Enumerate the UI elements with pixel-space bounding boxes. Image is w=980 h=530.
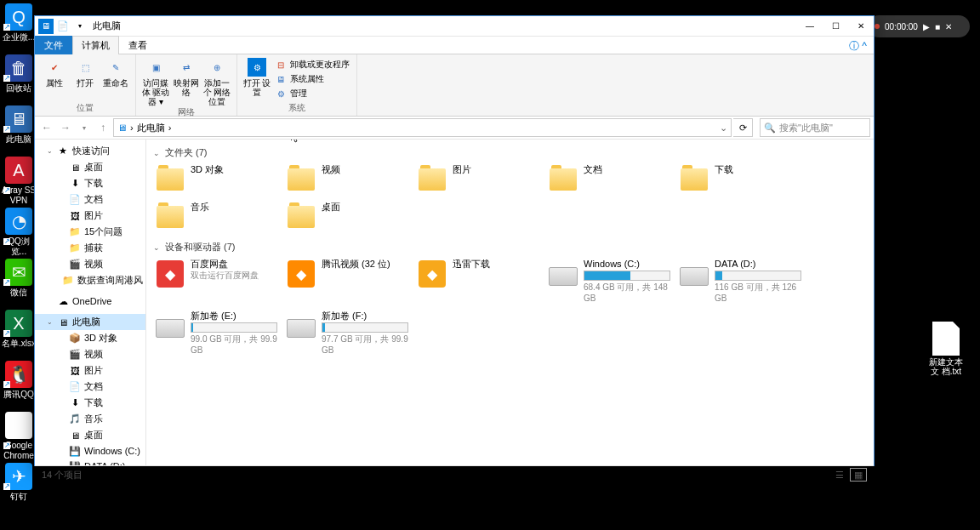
nav-quick-7[interactable]: 📁数据查询周港风 bbox=[35, 272, 145, 288]
desktop-icon-3[interactable]: A↗Array SSVPN bbox=[2, 157, 36, 206]
nav-pc-0[interactable]: 📦3D 对象 bbox=[35, 330, 145, 346]
folder-4[interactable]: 下载 bbox=[677, 162, 808, 197]
shortcut-arrow-icon: ↗ bbox=[3, 330, 10, 337]
folder-2[interactable]: 图片 bbox=[415, 162, 546, 197]
folder-5[interactable]: 音乐 bbox=[153, 200, 284, 234]
status-item-count: 14 个项目 bbox=[42, 469, 83, 482]
nav-quick-access[interactable]: ⌄★快速访问 bbox=[35, 143, 145, 159]
nav-quick-1[interactable]: ⬇下载 bbox=[35, 175, 145, 191]
path-dropdown-icon[interactable]: ⌄ bbox=[720, 123, 727, 134]
qat-properties-icon[interactable]: 📄 bbox=[55, 19, 71, 34]
desktop-icon-9[interactable]: ✈↗钉钉 bbox=[2, 463, 36, 502]
drive-1[interactable]: ◆腾讯视频 (32 位) bbox=[284, 257, 415, 305]
content-pane[interactable]: ⌄文件夹 (7)3D 对象视频图片文档下载音乐桌面⌄设备和驱动器 (7)◆百度网… bbox=[146, 140, 874, 465]
ribbon-group-location: 位置 bbox=[40, 102, 130, 116]
nav-back[interactable]: ← bbox=[38, 119, 55, 136]
shortcut-arrow-icon: ↗ bbox=[3, 187, 10, 194]
desktop-file-txt[interactable]: 新建文本文 档.txt bbox=[927, 322, 965, 376]
view-icons-icon[interactable]: ▦ bbox=[850, 468, 867, 482]
nav-pc-5[interactable]: 🎵音乐 bbox=[35, 411, 145, 427]
nav-quick-2[interactable]: 📄文档 bbox=[35, 191, 145, 208]
nav-quick-5[interactable]: 📁捕获 bbox=[35, 240, 145, 256]
search-icon: 🔍 bbox=[764, 123, 776, 134]
nav-pc-7[interactable]: 💾Windows (C:) bbox=[35, 443, 145, 459]
pc-icon: 🖥 bbox=[38, 19, 54, 34]
ribbon-open[interactable]: ⬚打开 bbox=[71, 56, 100, 102]
drive-0[interactable]: ◆百度网盘双击运行百度网盘 bbox=[153, 257, 284, 305]
desktop-icon-5[interactable]: ✉↗微信 bbox=[2, 259, 36, 298]
desktop-icon-0[interactable]: Q↗企业微... bbox=[2, 3, 36, 43]
ribbon-manage[interactable]: ⚙管理 bbox=[273, 87, 351, 100]
nav-quick-4[interactable]: 📁15个问题 bbox=[35, 224, 145, 240]
ribbon: ✔属性 ⬚打开 ✎重命名 位置 ▣访问媒体 驱动器 ▾ ⇄映射网络 ⊕添加一个 … bbox=[35, 54, 874, 117]
ribbon-map-drive[interactable]: ⇄映射网络 bbox=[172, 56, 201, 106]
desktop-icon-4[interactable]: ◔↗QQ浏览... bbox=[2, 208, 36, 257]
nav-pc-2[interactable]: 🖼图片 bbox=[35, 362, 145, 379]
maximize-button[interactable]: ☐ bbox=[823, 16, 848, 36]
search-box[interactable]: 🔍 搜索"此电脑" bbox=[760, 118, 870, 137]
minimize-button[interactable]: — bbox=[797, 16, 823, 36]
shortcut-arrow-icon: ↗ bbox=[3, 381, 10, 388]
qat-dropdown-icon[interactable]: ▾ bbox=[72, 19, 88, 34]
nav-recent[interactable]: ▾ bbox=[76, 119, 93, 136]
status-bar: 14 个项目 ☰ ▦ bbox=[35, 465, 874, 483]
nav-up[interactable]: ↑ bbox=[94, 119, 111, 136]
nav-pc-6[interactable]: 🖥桌面 bbox=[35, 427, 145, 443]
refresh-button[interactable]: ⟳ bbox=[733, 118, 753, 137]
nav-pc-8[interactable]: 💾DATA (D:) bbox=[35, 459, 145, 465]
nav-quick-6[interactable]: 🎬视频 bbox=[35, 256, 145, 272]
nav-pc-4[interactable]: ⬇下载 bbox=[35, 395, 145, 411]
window-title: 此电脑 bbox=[93, 20, 121, 32]
desktop-icon-6[interactable]: X↗名单.xlsx bbox=[2, 310, 36, 349]
close-recorder-icon[interactable]: ✕ bbox=[945, 22, 952, 31]
stop-icon[interactable]: ■ bbox=[935, 22, 940, 31]
pc-path-icon: 🖥 bbox=[117, 123, 127, 133]
desktop-icon-2[interactable]: 🖥↗此电脑 bbox=[2, 105, 36, 145]
ribbon-rename[interactable]: ✎重命名 bbox=[101, 56, 130, 102]
desktop-icon-7[interactable]: 🐧↗腾讯QQ bbox=[2, 361, 36, 400]
nav-this-pc[interactable]: ⌄🖥此电脑 bbox=[35, 314, 145, 330]
ribbon-properties[interactable]: ✔属性 bbox=[40, 56, 69, 102]
ribbon-tabs: 文件 计算机 查看 ⓘ ^ bbox=[35, 37, 874, 54]
desktop-icon-1[interactable]: 🗑↗回收站 bbox=[2, 54, 36, 94]
titlebar[interactable]: 🖥 📄 ▾ 此电脑 — ☐ ✕ bbox=[35, 16, 874, 37]
tab-file[interactable]: 文件 bbox=[35, 36, 72, 54]
group-header[interactable]: ⌄文件夹 (7) bbox=[153, 146, 867, 159]
nav-onedrive[interactable]: ☁OneDrive bbox=[35, 293, 145, 309]
desktop-icon-8[interactable]: ◎↗GoogleChrome bbox=[2, 412, 36, 461]
nav-quick-0[interactable]: 🖥桌面 bbox=[35, 159, 145, 175]
shortcut-arrow-icon: ↗ bbox=[3, 126, 10, 133]
drive-4[interactable]: DATA (D:)116 GB 可用，共 126 GB bbox=[677, 257, 808, 305]
ribbon-uninstall[interactable]: ⊟卸载或更改程序 bbox=[273, 58, 351, 71]
nav-forward[interactable]: → bbox=[57, 119, 74, 136]
address-path[interactable]: 🖥 › 此电脑 › ⌄ bbox=[113, 118, 732, 137]
play-icon[interactable]: ▶ bbox=[923, 22, 930, 31]
folder-1[interactable]: 视频 bbox=[284, 162, 415, 197]
nav-quick-3[interactable]: 🖼图片 bbox=[35, 208, 145, 224]
navigation-pane[interactable]: ⌄★快速访问🖥桌面⬇下载📄文档🖼图片📁15个问题📁捕获🎬视频📁数据查询周港风☁O… bbox=[35, 140, 146, 465]
nav-pc-1[interactable]: 🎬视频 bbox=[35, 346, 145, 362]
tab-computer[interactable]: 计算机 bbox=[72, 36, 119, 54]
ribbon-sys-props[interactable]: 🖥系统属性 bbox=[273, 72, 351, 86]
ribbon-help-icon[interactable]: ⓘ ^ bbox=[849, 39, 867, 54]
shortcut-arrow-icon: ↗ bbox=[3, 279, 10, 286]
tab-view[interactable]: 查看 bbox=[119, 36, 157, 54]
drive-3[interactable]: Windows (C:)68.4 GB 可用，共 148 GB bbox=[546, 257, 677, 305]
drive-2[interactable]: ◆迅雷下载 bbox=[415, 257, 546, 305]
folder-0[interactable]: 3D 对象 bbox=[153, 162, 284, 197]
view-details-icon[interactable]: ☰ bbox=[831, 468, 848, 482]
ribbon-media[interactable]: ▣访问媒体 驱动器 ▾ bbox=[141, 56, 170, 106]
group-header[interactable]: ⌄设备和驱动器 (7) bbox=[153, 241, 867, 254]
ribbon-add-network[interactable]: ⊕添加一个 网络位置 bbox=[202, 56, 231, 106]
explorer-window: 🖥 📄 ▾ 此电脑 — ☐ ✕ 文件 计算机 查看 ⓘ ^ ✔属性 ⬚打开 ✎重… bbox=[34, 15, 875, 466]
shortcut-arrow-icon: ↗ bbox=[3, 238, 10, 245]
ribbon-open-settings[interactable]: ⚙打开 设置 bbox=[242, 56, 271, 102]
drive-6[interactable]: 新加卷 (F:)97.7 GB 可用，共 99.9 GB bbox=[284, 309, 415, 357]
folder-6[interactable]: 桌面 bbox=[284, 200, 415, 234]
drive-5[interactable]: 新加卷 (E:)99.0 GB 可用，共 99.9 GB bbox=[153, 309, 284, 357]
nav-pc-3[interactable]: 📄文档 bbox=[35, 379, 145, 395]
screen-recorder-widget[interactable]: 00:00:00 ▶ ■ ✕ bbox=[868, 15, 970, 37]
close-button[interactable]: ✕ bbox=[848, 16, 874, 36]
folder-3[interactable]: 文档 bbox=[546, 162, 677, 197]
recorder-time: 00:00:00 bbox=[885, 22, 918, 31]
